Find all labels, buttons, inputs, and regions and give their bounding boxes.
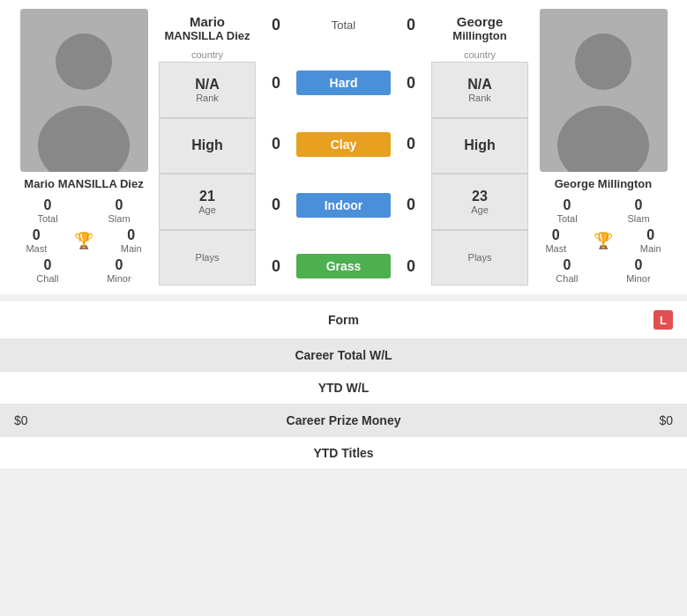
ytd-wl-row: YTD W/L xyxy=(0,372,687,404)
right-minor-stat: 0 Minor xyxy=(626,257,651,284)
right-plays-cell: Plays xyxy=(431,230,528,286)
indoor-row: 0 Indoor 0 xyxy=(256,189,431,221)
form-badge-L: L xyxy=(653,310,673,330)
left-main-stat: 0 Main xyxy=(121,227,142,254)
left-chall-stat: 0 Chall xyxy=(36,257,58,284)
career-prize-right: $0 xyxy=(567,413,673,427)
left-age-cell: 21 Age xyxy=(159,174,256,230)
form-badges-right: L xyxy=(567,310,673,330)
left-total-stat: 0 Total xyxy=(37,197,57,224)
form-label: Form xyxy=(120,313,567,327)
career-prize-row: $0 Career Prize Money $0 xyxy=(0,404,687,437)
right-player-stats: 0 Total 0 Slam 0 Mast 🏆 0 Main xyxy=(528,196,678,286)
right-age-cell: 23 Age xyxy=(431,174,528,230)
left-country: country xyxy=(159,48,256,62)
top-section: Mario MANSILLA Diez 0 Total 0 Slam 0 Mas… xyxy=(0,0,687,294)
career-wl-row: Career Total W/L xyxy=(0,339,687,372)
right-detail-panel: George Millington country N/A Rank High … xyxy=(431,9,528,286)
right-player-header: George Millington xyxy=(431,9,528,48)
career-wl-label: Career Total W/L xyxy=(120,348,567,362)
left-player-name: Mario MANSILLA Diez xyxy=(24,177,143,190)
right-player-card: George Millington 0 Total 0 Slam 0 Mast … xyxy=(528,9,678,286)
left-player-header: Mario MANSILLA Diez xyxy=(159,9,256,48)
left-trophy-icon: 🏆 xyxy=(74,231,93,250)
svg-point-4 xyxy=(575,33,631,90)
ytd-titles-row: YTD Titles xyxy=(0,437,687,470)
left-high-cell: High xyxy=(159,118,256,174)
left-player-stats: 0 Total 0 Slam 0 Mast 🏆 0 Main xyxy=(9,196,159,286)
right-country: country xyxy=(431,48,528,62)
svg-point-1 xyxy=(56,33,112,90)
left-minor-stat: 0 Minor xyxy=(107,257,131,284)
right-main-stat: 0 Main xyxy=(640,227,661,254)
hard-row: 0 Hard 0 xyxy=(256,67,431,99)
bottom-section: Form L Career Total W/L YTD W/L $0 Caree… xyxy=(0,301,687,470)
clay-badge: Clay xyxy=(296,132,391,157)
middle-panel: Mario MANSILLA Diez country N/A Rank Hig… xyxy=(159,9,528,286)
left-plays-cell: Plays xyxy=(159,230,256,286)
hard-badge: Hard xyxy=(296,71,391,95)
right-high-cell: High xyxy=(431,118,528,174)
total-row: 0 Total 0 xyxy=(256,12,431,38)
right-chall-stat: 0 Chall xyxy=(556,257,578,284)
grass-row: 0 Grass 0 xyxy=(256,250,431,282)
left-avatar xyxy=(20,9,148,172)
career-prize-left: $0 xyxy=(14,413,120,427)
ytd-wl-label: YTD W/L xyxy=(120,381,567,395)
right-total-stat: 0 Total xyxy=(556,197,577,224)
left-mast-stat: 0 Mast xyxy=(26,227,47,254)
right-mast-stat: 0 Mast xyxy=(545,227,566,254)
right-slam-stat: 0 Slam xyxy=(628,197,650,224)
grass-badge: Grass xyxy=(296,254,391,278)
left-rank-cell: N/A Rank xyxy=(159,62,256,118)
right-trophy-icon: 🏆 xyxy=(594,231,613,250)
surface-panel: 0 Total 0 0 Hard 0 0 Clay 0 0 Indoor 0 xyxy=(256,9,431,286)
indoor-badge: Indoor xyxy=(296,193,391,218)
right-player-name: George Millington xyxy=(555,177,653,190)
form-row: Form L xyxy=(0,301,687,339)
left-slam-stat: 0 Slam xyxy=(108,197,131,224)
career-prize-label: Career Prize Money xyxy=(120,413,567,427)
ytd-titles-label: YTD Titles xyxy=(120,446,567,460)
left-player-card: Mario MANSILLA Diez 0 Total 0 Slam 0 Mas… xyxy=(9,9,159,286)
right-rank-cell: N/A Rank xyxy=(431,62,528,118)
left-detail-panel: Mario MANSILLA Diez country N/A Rank Hig… xyxy=(159,9,256,286)
right-avatar xyxy=(540,9,668,172)
clay-row: 0 Clay 0 xyxy=(256,129,431,160)
